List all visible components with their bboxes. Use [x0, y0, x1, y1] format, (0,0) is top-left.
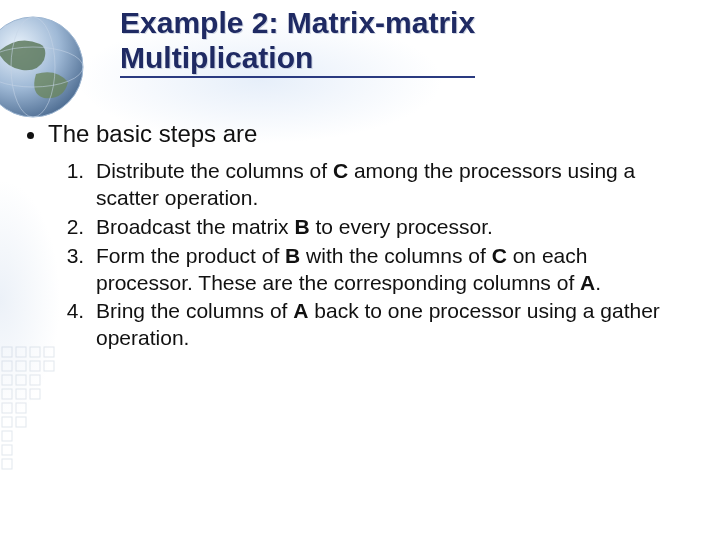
steps-list: Distribute the columns of C among the pr…	[20, 158, 690, 352]
title-line-1: Example 2: Matrix-matrix	[120, 6, 475, 39]
svg-rect-17	[30, 389, 40, 399]
svg-rect-20	[2, 417, 12, 427]
title-line-2: Multiplication	[120, 41, 313, 74]
svg-rect-4	[2, 347, 12, 357]
grid-decoration	[0, 345, 80, 485]
intro-bullet: The basic steps are	[48, 120, 690, 148]
svg-rect-22	[2, 431, 12, 441]
svg-rect-12	[2, 375, 12, 385]
svg-rect-15	[2, 389, 12, 399]
step-2: Broadcast the matrix B to every processo…	[90, 214, 690, 241]
slide: Example 2: Matrix-matrix Multiplication …	[0, 0, 720, 540]
svg-rect-10	[30, 361, 40, 371]
step-1: Distribute the columns of C among the pr…	[90, 158, 690, 212]
svg-rect-11	[44, 361, 54, 371]
matrix-c-bold-2: C	[492, 244, 507, 267]
globe-icon	[0, 12, 88, 122]
step-3-text-g: .	[595, 271, 601, 294]
title-block: Example 2: Matrix-matrix Multiplication	[120, 6, 690, 78]
svg-rect-14	[30, 375, 40, 385]
matrix-b-bold-2: B	[285, 244, 300, 267]
step-3: Form the product of B with the columns o…	[90, 243, 690, 297]
svg-rect-9	[16, 361, 26, 371]
svg-rect-24	[2, 459, 12, 469]
step-2-text-a: Broadcast the matrix	[96, 215, 294, 238]
svg-rect-13	[16, 375, 26, 385]
matrix-a-bold: A	[580, 271, 595, 294]
slide-title: Example 2: Matrix-matrix Multiplication	[120, 6, 475, 78]
matrix-b-bold: B	[294, 215, 309, 238]
slide-body: The basic steps are Distribute the colum…	[20, 120, 690, 354]
svg-rect-16	[16, 389, 26, 399]
step-3-text-a: Form the product of	[96, 244, 285, 267]
bullet-list: The basic steps are	[20, 120, 690, 148]
step-2-text-c: to every processor.	[310, 215, 493, 238]
svg-rect-21	[16, 417, 26, 427]
svg-rect-8	[2, 361, 12, 371]
svg-rect-19	[16, 403, 26, 413]
step-4: Bring the columns of A back to one proce…	[90, 298, 690, 352]
svg-rect-23	[2, 445, 12, 455]
step-1-text-a: Distribute the columns of	[96, 159, 333, 182]
step-3-text-c: with the columns of	[300, 244, 491, 267]
matrix-a-bold-2: A	[293, 299, 308, 322]
step-4-text-a: Bring the columns of	[96, 299, 293, 322]
matrix-c-bold: C	[333, 159, 348, 182]
svg-rect-18	[2, 403, 12, 413]
